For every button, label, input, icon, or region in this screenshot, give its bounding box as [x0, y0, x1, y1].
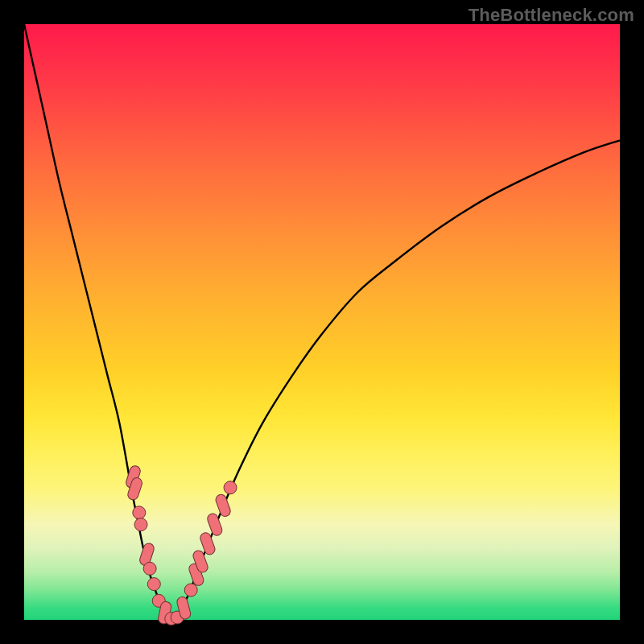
plot-area — [24, 24, 620, 620]
chart-svg — [24, 24, 620, 620]
left-curve — [24, 24, 173, 620]
right-curve — [173, 140, 620, 620]
watermark-text: TheBottleneck.com — [469, 5, 634, 26]
chart-frame: TheBottleneck.com — [0, 0, 644, 644]
data-marker — [147, 578, 160, 591]
data-marker — [134, 518, 147, 531]
data-marker — [214, 493, 232, 518]
data-marker — [184, 584, 197, 597]
data-marker — [133, 506, 146, 519]
data-marker — [143, 562, 156, 575]
markers-group — [125, 464, 237, 625]
data-marker — [224, 481, 237, 494]
